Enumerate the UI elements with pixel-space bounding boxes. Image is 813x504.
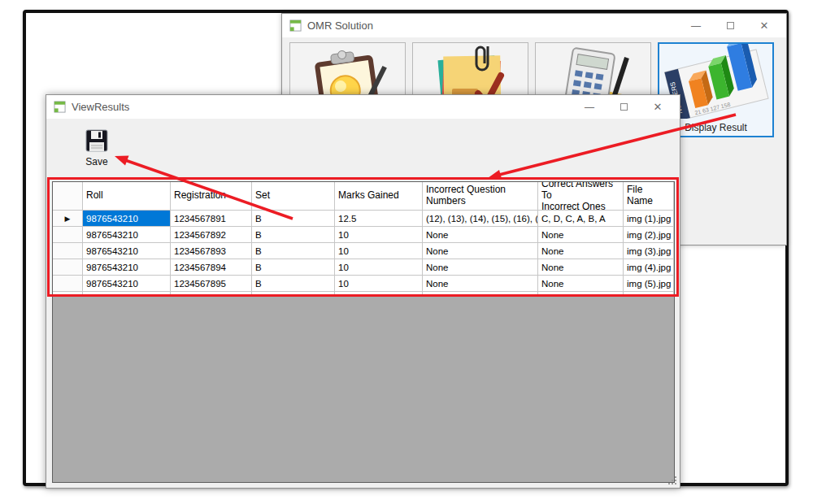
- grid-corner-cell[interactable]: [53, 182, 83, 211]
- minimize-icon[interactable]: —: [679, 15, 713, 37]
- maximize-icon[interactable]: [606, 97, 641, 118]
- minimize-icon[interactable]: —: [572, 97, 606, 118]
- grid-cell[interactable]: 12.5: [335, 211, 423, 227]
- grid-row: 98765432101234567895B10NoneNoneimg (5).j…: [53, 276, 674, 292]
- grid-column-header[interactable]: Correct Answers To Incorrect Ones: [538, 182, 624, 211]
- grid-cell[interactable]: None: [538, 227, 624, 243]
- resize-grip-icon[interactable]: [667, 476, 678, 486]
- save-button-label: Save: [77, 156, 116, 167]
- save-button[interactable]: Save: [77, 129, 116, 167]
- grid-cell[interactable]: 9876543210: [83, 211, 171, 227]
- current-row-marker-icon: ▶: [65, 215, 71, 223]
- grid-body: ▶98765432101234567891B12.5(12), (13), (1…: [53, 211, 674, 296]
- results-data-grid[interactable]: RollRegistrationSetMarks GainedIncorrect…: [52, 181, 675, 483]
- grid-cell[interactable]: None: [423, 276, 538, 292]
- grid-cell[interactable]: 1234567893: [171, 243, 252, 259]
- grid-cell[interactable]: 9876543210: [83, 227, 171, 243]
- grid-cell[interactable]: 1234567891: [171, 211, 252, 227]
- grid-column-header[interactable]: Registration: [171, 182, 252, 211]
- grid-cell[interactable]: 10: [335, 227, 423, 243]
- grid-cell[interactable]: 1234567894: [171, 259, 252, 276]
- app-form-icon: [54, 101, 66, 113]
- grid-row-header[interactable]: [53, 227, 83, 243]
- grid-cell[interactable]: 1234567895: [171, 276, 252, 292]
- grid-row: ▶98765432101234567891B12.5(12), (13), (1…: [53, 211, 674, 227]
- grid-cell[interactable]: 9876543210: [83, 243, 171, 259]
- grid-header-row: RollRegistrationSetMarks GainedIncorrect…: [53, 182, 674, 211]
- grid-column-header[interactable]: Set: [252, 182, 335, 211]
- grid-column-header[interactable]: Roll: [83, 182, 171, 211]
- grid-cell[interactable]: img (3).jpg: [624, 243, 674, 259]
- viewresults-window: ViewResults — ✕ Save RollRegistrationSet…: [46, 94, 680, 489]
- close-icon[interactable]: ✕: [641, 97, 675, 118]
- grid-column-header[interactable]: Marks Gained: [335, 182, 423, 211]
- grid-cell[interactable]: img (2).jpg: [624, 227, 674, 243]
- grid-cell: [171, 292, 252, 296]
- grid-row-header: [53, 292, 83, 296]
- grid-cell: [335, 292, 423, 296]
- grid-cell[interactable]: 1234567892: [171, 227, 252, 243]
- viewresults-window-title: ViewResults: [72, 101, 572, 113]
- grid-cell: [252, 292, 335, 296]
- grid-cell: [423, 292, 538, 296]
- grid-cell: [538, 292, 624, 296]
- grid-cell[interactable]: 9876543210: [83, 259, 171, 276]
- grid-cell[interactable]: img (1).jpg: [624, 211, 674, 227]
- app-form-icon: [289, 20, 302, 32]
- grid-cell[interactable]: 10: [335, 276, 423, 292]
- grid-cell[interactable]: None: [538, 276, 624, 292]
- grid-cell[interactable]: None: [423, 227, 538, 243]
- grid-cell[interactable]: B: [252, 243, 335, 259]
- grid-cell[interactable]: C, D, C, A, B, A: [538, 211, 624, 227]
- grid-row: 98765432101234567892B10NoneNoneimg (2).j…: [53, 227, 674, 243]
- grid-cell: [83, 292, 171, 296]
- grid-column-header[interactable]: File Name: [624, 182, 674, 211]
- grid-row-header[interactable]: [53, 276, 83, 292]
- grid-column-header[interactable]: Incorrect Question Numbers: [423, 182, 538, 211]
- grid-cell[interactable]: B: [252, 276, 335, 292]
- maximize-icon[interactable]: [713, 15, 747, 37]
- viewresults-titlebar[interactable]: ViewResults — ✕: [46, 95, 680, 119]
- grid-cell[interactable]: B: [252, 227, 335, 243]
- grid-cell[interactable]: img (5).jpg: [624, 276, 674, 292]
- grid-row-header[interactable]: [53, 259, 83, 276]
- grid-row-header[interactable]: ▶: [53, 211, 83, 227]
- omr-window-title: OMR Solution: [307, 20, 679, 32]
- grid-cell[interactable]: 10: [335, 243, 423, 259]
- grid-row-header[interactable]: [53, 243, 83, 259]
- grid-cell[interactable]: None: [423, 259, 538, 276]
- grid-cell[interactable]: 9876543210: [83, 276, 171, 292]
- omr-titlebar[interactable]: OMR Solution — ✕: [282, 14, 786, 37]
- grid-cell[interactable]: img (4).jpg: [624, 259, 674, 276]
- close-icon[interactable]: ✕: [747, 15, 781, 37]
- grid-cell[interactable]: (12), (13), (14), (15), (16), (19): [423, 211, 538, 227]
- grid-cell[interactable]: B: [252, 211, 335, 227]
- floppy-disk-icon: [85, 129, 108, 152]
- grid-cell[interactable]: 10: [335, 259, 423, 276]
- grid-row: 98765432101234567894B10NoneNoneimg (4).j…: [53, 259, 674, 276]
- grid-cell[interactable]: None: [423, 243, 538, 259]
- grid-partial-row: [53, 292, 674, 296]
- grid-cell: [624, 292, 674, 296]
- grid-cell[interactable]: B: [252, 259, 335, 276]
- grid-cell[interactable]: None: [538, 259, 624, 276]
- screenshot-canvas: OMR Solution — ✕: [0, 0, 813, 504]
- grid-cell[interactable]: None: [538, 243, 624, 259]
- grid-row: 98765432101234567893B10NoneNoneimg (3).j…: [53, 243, 674, 259]
